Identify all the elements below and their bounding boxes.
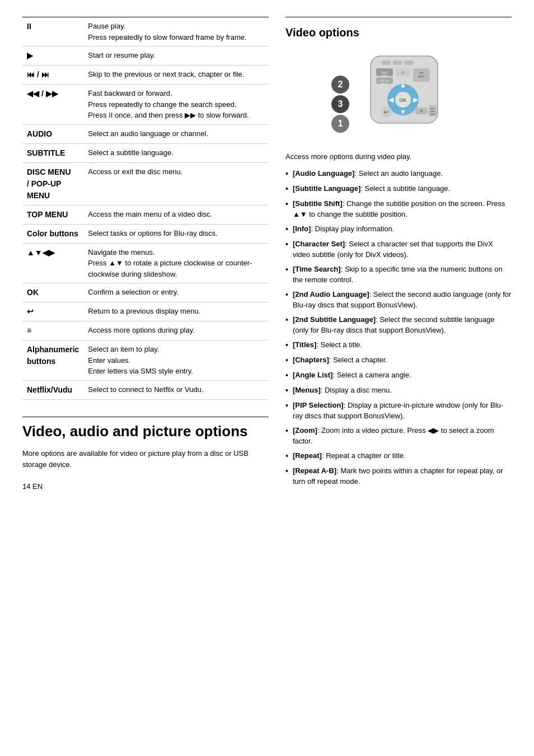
svg-text:MENU: MENU (418, 75, 425, 78)
bullet-item-text: [2nd Audio Language]: Select the second … (293, 289, 512, 311)
bullet-item-text: [Audio Language]: Select an audio langua… (293, 168, 443, 179)
list-item: [Repeat A-B]: Mark two points within a c… (285, 465, 512, 487)
bullet-item-text: [Menus]: Display a disc menu. (293, 385, 392, 396)
description-cell: Select an audio language or channel. (83, 124, 269, 143)
svg-text:TOP: TOP (419, 72, 424, 74)
svg-text:⌂: ⌂ (401, 69, 405, 75)
table-row: TOP MENUAccess the main menu of a video … (22, 205, 269, 224)
symbol-cell: Netflix/Vudu (22, 380, 83, 399)
table-row: IIPause play. Press repeatedly to slow f… (22, 17, 269, 46)
bullet-item-text: [Subtitle Language]: Select a subtitle l… (293, 183, 450, 194)
video-options-list: [Audio Language]: Select an audio langua… (285, 168, 512, 487)
description-cell: Select a subtitle language. (83, 143, 269, 162)
bullet-item-text: [Angle List]: Select a camera angle. (293, 370, 411, 381)
description-cell: Access more options during play. (83, 321, 269, 340)
list-item: [Subtitle Shift]: Change the subtitle po… (285, 198, 512, 220)
controls-table: IIPause play. Press repeatedly to slow f… (22, 17, 269, 400)
bullet-item-text: [Time Search]: Skip to a specific time v… (293, 264, 512, 286)
remote-image-area: DISC MENU ⌂ POP-UP MENU TOP MENU (285, 45, 512, 140)
bullet-item-text: [Chapters]: Select a chapter. (293, 354, 387, 366)
bullet-item-text: [Titles]: Select a title. (293, 339, 362, 351)
symbol-cell: Color buttons (22, 224, 83, 243)
symbol-cell: ◀◀ / ▶▶ (22, 85, 83, 125)
list-item: [2nd Subtitle Language]: Select the seco… (285, 314, 512, 336)
svg-text:OK: OK (399, 97, 406, 103)
list-item: [Zoom]: Zoom into a video picture. Press… (285, 425, 512, 447)
symbol-cell: ▶ (22, 46, 83, 66)
symbol-cell: SUBTITLE (22, 143, 83, 162)
symbol-cell: ▲▼◀▶ (22, 243, 83, 283)
right-column: Video options DISC MENU ⌂ (285, 17, 512, 491)
left-column: IIPause play. Press repeatedly to slow f… (22, 17, 269, 491)
list-item: [Subtitle Language]: Select a subtitle l… (285, 183, 512, 195)
bullet-item-text: [Subtitle Shift]: Change the subtitle po… (293, 198, 512, 220)
svg-text:▼: ▼ (400, 108, 406, 116)
svg-text:↩: ↩ (383, 108, 389, 116)
symbol-cell: ⏮ / ⏭ (22, 66, 83, 85)
svg-text:◀: ◀ (388, 96, 394, 104)
list-item: [Chapters]: Select a chapter. (285, 354, 512, 366)
table-row: AUDIOSelect an audio language or channel… (22, 124, 269, 143)
list-item: [Info]: Display play information. (285, 223, 512, 235)
bottom-section: Video, audio and picture options More op… (22, 417, 269, 472)
description-cell: Fast backward or forward. Press repeated… (83, 85, 269, 125)
symbol-cell: ↩ (22, 302, 83, 321)
video-options-intro: Access more options during video play. (285, 151, 512, 162)
table-row: ▶Start or resume play. (22, 46, 269, 66)
description-cell: Select tasks or options for Blu-ray disc… (83, 224, 269, 243)
table-row: ◀◀ / ▶▶Fast backward or forward. Press r… (22, 85, 269, 125)
symbol-cell: OK (22, 283, 83, 302)
list-item: [Angle List]: Select a camera angle. (285, 370, 512, 381)
remote-svg: DISC MENU ⌂ POP-UP MENU TOP MENU (337, 45, 460, 140)
bottom-intro: More options are available for video or … (22, 448, 269, 472)
list-item: [Menus]: Display a disc menu. (285, 385, 512, 396)
list-item: [2nd Audio Language]: Select the second … (285, 289, 512, 311)
description-cell: Access the main menu of a video disc. (83, 205, 269, 224)
symbol-cell: AUDIO (22, 124, 83, 143)
bullet-item-text: [Zoom]: Zoom into a video picture. Press… (293, 425, 512, 447)
symbol-cell: Alphanumeric buttons (22, 340, 83, 381)
table-row: Color buttonsSelect tasks or options for… (22, 224, 269, 243)
bullet-item-text: [2nd Subtitle Language]: Select the seco… (293, 314, 512, 336)
svg-rect-3 (404, 60, 413, 65)
symbol-cell: DISC MENU / POP-UP MENU (22, 162, 83, 205)
list-item: [Titles]: Select a title. (285, 339, 512, 351)
svg-text:▲: ▲ (400, 81, 406, 89)
description-cell: Start or resume play. (83, 46, 269, 66)
svg-text:MENU: MENU (381, 74, 388, 77)
svg-text:▶: ▶ (413, 96, 419, 104)
list-item: [Time Search]: Skip to a specific time v… (285, 264, 512, 286)
description-cell: Access or exit the disc menu. (83, 162, 269, 205)
list-item: [PIP Selection]: Display a picture-in-pi… (285, 400, 512, 422)
svg-text:MENU: MENU (381, 82, 388, 85)
description-cell: Navigate the menus. Press ▲▼ to rotate a… (83, 243, 269, 283)
description-cell: Return to a previous display menu. (83, 302, 269, 321)
bullet-item-text: [Repeat A-B]: Mark two points within a c… (293, 465, 512, 487)
list-item: [Repeat]: Repeat a chapter or title. (285, 450, 512, 462)
badge-1: 1 (331, 115, 349, 133)
remote-illustration: DISC MENU ⌂ POP-UP MENU TOP MENU (337, 45, 460, 140)
table-row: SUBTITLESelect a subtitle language. (22, 143, 269, 162)
table-row: Alphanumeric buttonsSelect an item to pl… (22, 340, 269, 381)
list-item: [Audio Language]: Select an audio langua… (285, 168, 512, 180)
list-item: [Character Set]: Select a character set … (285, 239, 512, 260)
table-row: OKConfirm a selection or entry. (22, 283, 269, 302)
description-cell: Skip to the previous or next track, chap… (83, 66, 269, 85)
bottom-heading: Video, audio and picture options (22, 423, 269, 440)
table-row: ↩Return to a previous display menu. (22, 302, 269, 321)
symbol-cell: ≡ (22, 321, 83, 340)
badge-2: 2 (331, 76, 349, 94)
svg-text:≡: ≡ (420, 108, 423, 114)
bullet-item-text: [Repeat]: Repeat a chapter or title. (293, 450, 406, 461)
video-options-heading: Video options (285, 24, 512, 39)
description-cell: Select an item to play. Enter values. En… (83, 340, 269, 381)
bullet-item-text: [Info]: Display play information. (293, 223, 394, 235)
symbol-cell: TOP MENU (22, 205, 83, 224)
table-row: ⏮ / ⏭Skip to the previous or next track,… (22, 66, 269, 85)
section-divider (285, 17, 512, 17)
description-cell: Select to connect to Netflix or Vudu. (83, 380, 269, 399)
description-cell: Confirm a selection or entry. (83, 283, 269, 302)
symbol-cell: II (22, 17, 83, 46)
bullet-item-text: [Character Set]: Select a character set … (293, 239, 512, 260)
page-number: 14 EN (22, 482, 269, 491)
